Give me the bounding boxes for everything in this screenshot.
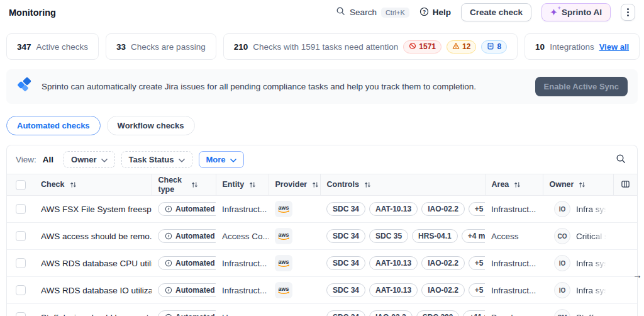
- sort-icon[interactable]: [364, 181, 371, 188]
- automated-icon: [165, 259, 172, 267]
- more-options-button[interactable]: [621, 4, 635, 21]
- sort-icon[interactable]: [579, 181, 586, 188]
- tab-automated-checks[interactable]: Automated checks: [6, 116, 101, 135]
- enable-active-sync-button[interactable]: Enable Active Sync: [535, 77, 628, 96]
- automated-icon: [165, 205, 172, 213]
- control-pill[interactable]: SDC 34: [326, 310, 365, 316]
- blocked-icon: [409, 42, 416, 52]
- check-type-label: Automated: [175, 259, 215, 268]
- control-pill[interactable]: SDC 34: [326, 229, 365, 243]
- integrations-label: Integrations: [550, 42, 594, 52]
- create-check-button[interactable]: Create check: [461, 3, 531, 21]
- control-pill[interactable]: HRS-04.1: [412, 229, 458, 243]
- controls-list: SDC 34AAT-10.13IAO-02.2+5 more: [326, 256, 485, 270]
- entity-label: Infrastruct...: [222, 286, 267, 295]
- row-checkbox[interactable]: [16, 231, 26, 241]
- control-pill[interactable]: SDC 34: [326, 256, 365, 270]
- failing-tasks-badge[interactable]: 1571: [403, 40, 441, 54]
- svg-text:aws: aws: [279, 258, 289, 264]
- global-search[interactable]: Search Ctrl+K: [336, 6, 409, 18]
- aws-provider-icon: aws: [275, 255, 292, 271]
- control-pill[interactable]: IAO-02.2: [421, 283, 465, 297]
- warning-tasks-badge[interactable]: 12: [447, 40, 476, 54]
- controls-more-pill[interactable]: +5 more: [469, 202, 485, 216]
- svg-text:aws: aws: [279, 204, 289, 210]
- control-pill[interactable]: AAT-10.13: [369, 202, 418, 216]
- control-pill[interactable]: IAO-02.2: [369, 310, 413, 316]
- stat-passing-checks[interactable]: 33 Checks are passing: [106, 33, 216, 60]
- owner-name: Infra system ow: [576, 259, 607, 268]
- controls-more-pill[interactable]: +5 more: [469, 283, 485, 297]
- check-type-label: Automated: [175, 313, 215, 316]
- select-all-checkbox[interactable]: [16, 180, 26, 190]
- control-pill[interactable]: SDC 390: [416, 310, 460, 316]
- check-name-link[interactable]: AWS access should be remo...: [41, 232, 152, 241]
- table-row[interactable]: AWS RDS database IO utilizat... Automate…: [7, 277, 637, 304]
- table-row[interactable]: AWS access should be remo... Automated A…: [7, 223, 637, 250]
- passing-checks-count: 33: [116, 42, 126, 52]
- table-row[interactable]: AWS RDS database CPU utili... Automated …: [7, 250, 637, 277]
- controls-more-pill[interactable]: +5 more: [469, 256, 485, 270]
- sort-icon[interactable]: [191, 181, 198, 188]
- help-menu[interactable]: ? Help: [419, 7, 451, 18]
- controls-more-pill[interactable]: +4 more: [462, 229, 485, 243]
- tab-workflow-checks[interactable]: Workflow checks: [107, 116, 195, 135]
- aws-provider-icon: aws: [275, 201, 292, 217]
- check-name-link[interactable]: Staff device should be report...: [41, 313, 152, 316]
- owner-filter-label: Owner: [71, 155, 96, 164]
- check-type-badge: Automated: [158, 202, 216, 216]
- owner-filter[interactable]: Owner: [64, 151, 114, 168]
- table-search-button[interactable]: [613, 151, 628, 168]
- entity-label: Access Co...: [222, 232, 269, 241]
- stats-row: 347 Active checks 33 Checks are passing …: [6, 33, 638, 60]
- task-status-filter[interactable]: Task Status: [121, 151, 192, 168]
- due-tasks-badge[interactable]: 8: [481, 40, 507, 54]
- controls-more-pill[interactable]: +11 more: [463, 310, 485, 316]
- table-body: AWS FSX File System freesp... Automated …: [7, 196, 637, 316]
- sprinto-ai-button[interactable]: ✦✦ Sprinto AI: [541, 3, 611, 21]
- jira-logo-icon: [16, 77, 33, 96]
- jira-sync-banner: Sprinto can automatically create Jira is…: [6, 69, 638, 104]
- view-all-integrations-link[interactable]: View all: [599, 42, 629, 52]
- entity-label: Infrastruct...: [222, 205, 267, 214]
- control-pill[interactable]: AAT-10.13: [369, 283, 418, 297]
- table-row[interactable]: AWS FSX File System freesp... Automated …: [7, 196, 637, 223]
- owner-name: Staff members: [576, 313, 607, 316]
- column-header-owner: Owner: [550, 180, 574, 189]
- table-row[interactable]: Staff device should be report... Automat…: [7, 304, 637, 316]
- row-checkbox[interactable]: [16, 204, 26, 214]
- controls-list: SDC 34SDC 35HRS-04.1+4 more: [326, 229, 485, 243]
- more-filters[interactable]: More: [199, 151, 244, 168]
- control-pill[interactable]: IAO-02.2: [421, 202, 465, 216]
- help-label: Help: [433, 8, 451, 17]
- check-type-label: Automated: [175, 232, 215, 240]
- check-type-label: Automated: [175, 286, 215, 295]
- control-pill[interactable]: SDC 35: [369, 229, 408, 243]
- sort-icon[interactable]: [70, 181, 77, 188]
- stat-attention-checks[interactable]: 210 Checks with 1591 tasks need attentio…: [223, 33, 518, 60]
- control-pill[interactable]: AAT-10.13: [369, 256, 418, 270]
- row-checkbox[interactable]: [16, 258, 26, 268]
- stat-active-checks[interactable]: 347 Active checks: [6, 33, 99, 60]
- active-checks-count: 347: [17, 42, 31, 52]
- sort-icon[interactable]: [249, 181, 256, 188]
- row-checkbox[interactable]: [16, 285, 26, 295]
- row-checkbox[interactable]: [16, 312, 26, 316]
- control-pill[interactable]: IAO-02.2: [421, 256, 465, 270]
- control-pill[interactable]: SDC 34: [326, 283, 365, 297]
- column-manager-icon[interactable]: [621, 179, 630, 189]
- due-tasks-count: 8: [497, 42, 501, 51]
- sort-icon[interactable]: [514, 181, 521, 188]
- integrations-count: 10: [535, 42, 545, 52]
- check-name-link[interactable]: AWS RDS database IO utilizat...: [41, 286, 152, 295]
- owner-name: Infra system ow: [576, 286, 607, 295]
- scroll-right-hint[interactable]: →: [633, 269, 642, 280]
- automated-icon: [165, 286, 172, 294]
- check-name-link[interactable]: AWS RDS database CPU utili...: [41, 259, 152, 268]
- view-value[interactable]: All: [43, 155, 53, 164]
- column-header-area: Area: [492, 180, 509, 189]
- sort-icon[interactable]: [312, 181, 319, 188]
- control-pill[interactable]: SDC 34: [326, 202, 365, 216]
- stat-integrations: 10 Integrations View all: [525, 33, 640, 60]
- check-name-link[interactable]: AWS FSX File System freesp...: [41, 205, 152, 214]
